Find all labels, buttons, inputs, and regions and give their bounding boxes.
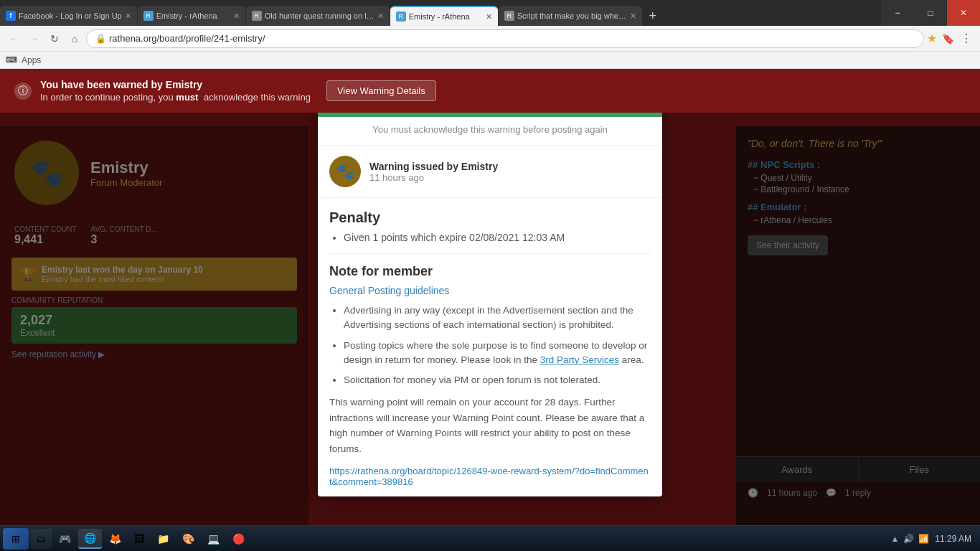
- taskbar-icon-8: 💻: [207, 533, 220, 545]
- taskbar-sys-icons: ▲ 🔊 📶: [890, 534, 929, 544]
- warning-banner-text: You have been warned by Emistry In order…: [40, 79, 311, 103]
- taskbar-icon-2: 🎮: [59, 533, 71, 545]
- modal-issuer-details: Warning issued by Emistry 11 hours ago: [369, 161, 498, 183]
- tab-close-icon[interactable]: ✕: [377, 11, 384, 21]
- bullet-3: Solicitation for money via PM or open fo…: [344, 373, 651, 387]
- bullet-2: Posting topics where the sole purpose is…: [344, 339, 651, 368]
- modal-warning-time: 11 hours ago: [369, 172, 498, 183]
- tab-title: Emistry - rAthena: [156, 11, 230, 20]
- penalty-section: Penalty Given 1 points which expire 02/0…: [329, 209, 651, 243]
- modal-warning-info: 🐾 Warning issued by Emistry 11 hours ago: [318, 146, 662, 198]
- modal-subtext: You must acknowledge this warning before…: [318, 117, 662, 146]
- tab-emistry-active[interactable]: R Emistry - rAthena ✕: [390, 6, 498, 26]
- modal-warning-issuer: Warning issued by Emistry: [369, 161, 498, 172]
- hunter-favicon: R: [252, 11, 262, 21]
- maximize-button[interactable]: □: [914, 0, 947, 26]
- taskbar-icon-4: 🦊: [109, 533, 121, 545]
- page-background: ⓘ You have been warned by Emistry In ord…: [0, 69, 980, 525]
- divider: [329, 253, 651, 254]
- warning-banner: ⓘ You have been warned by Emistry In ord…: [0, 69, 980, 113]
- browser-chrome: f Facebook - Log In or Sign Up ✕ R Emist…: [0, 0, 980, 69]
- bullet-1: Advertising in any way (except in the Ad…: [344, 303, 651, 333]
- tab-old-hunter[interactable]: R Old hunter quest running on lat... ✕: [246, 6, 390, 26]
- new-tab-button[interactable]: +: [643, 6, 663, 26]
- lock-icon: 🔒: [95, 34, 106, 44]
- network-icon[interactable]: 📶: [918, 534, 929, 544]
- tab-title: Facebook - Log In or Sign Up: [19, 11, 122, 20]
- warning-desc: In order to continue posting, you must a…: [40, 92, 311, 103]
- modal-overlay: ✔ I acknowledge this warning You must ac…: [0, 69, 980, 525]
- start-button[interactable]: ⊞: [3, 528, 29, 550]
- penalty-title: Penalty: [329, 209, 651, 226]
- warning-info-icon: ⓘ: [14, 83, 32, 100]
- taskbar-item-7[interactable]: 🎨: [176, 529, 200, 549]
- tab-close-icon[interactable]: ✕: [486, 12, 492, 22]
- forward-button[interactable]: →: [26, 30, 43, 47]
- taskbar-icon-1: 🗂: [36, 533, 46, 545]
- third-party-link[interactable]: 3rd Party Services: [540, 354, 619, 365]
- apps-label: Apps: [22, 55, 41, 65]
- tab-title: Emistry - rAthena: [409, 12, 483, 21]
- taskbar-icon-6: 📁: [157, 533, 169, 545]
- taskbar-item-1[interactable]: 🗂: [30, 529, 52, 549]
- apps-grid-icon: ⌨: [6, 55, 17, 65]
- refresh-button[interactable]: ↻: [46, 30, 63, 47]
- taskbar-item-6[interactable]: 📁: [151, 529, 175, 549]
- taskbar-item-5[interactable]: 🖼: [128, 529, 150, 549]
- rathena-favicon-1: R: [143, 11, 154, 21]
- taskbar-item-8[interactable]: 💻: [202, 529, 225, 549]
- penalty-item: Given 1 points which expire 02/08/2021 1…: [344, 232, 651, 243]
- taskbar-icon-5: 🖼: [134, 533, 144, 545]
- script-favicon: R: [504, 11, 514, 21]
- minimize-button[interactable]: −: [881, 0, 914, 26]
- tab-title: Old hunter quest running on lat...: [265, 11, 374, 20]
- footer-text: This warning point will remain on your a…: [329, 395, 651, 456]
- taskbar-item-4[interactable]: 🦊: [103, 529, 127, 549]
- general-posting-link[interactable]: General Posting guidelines: [329, 285, 449, 296]
- taskbar-time: 11:29 AM: [935, 534, 971, 544]
- taskbar: ⊞ 🗂 🎮 🌐 🦊 🖼 📁 🎨 💻 🔴 ▲ 🔊 📶 11:29 AM: [0, 525, 980, 551]
- home-button[interactable]: ⌂: [66, 30, 83, 47]
- note-bullets: Advertising in any way (except in the Ad…: [344, 303, 651, 387]
- window-controls: − □ ✕: [881, 0, 980, 26]
- up-arrow-icon[interactable]: ▲: [890, 534, 899, 544]
- modal-dialog: ✔ I acknowledge this warning You must ac…: [318, 80, 662, 496]
- taskbar-item-3[interactable]: 🌐: [78, 529, 102, 549]
- taskbar-clock[interactable]: 11:29 AM: [935, 534, 971, 544]
- note-title: Note for member: [329, 264, 651, 279]
- bookmark-icon[interactable]: ★: [927, 32, 937, 45]
- tab-facebook[interactable]: f Facebook - Log In or Sign Up ✕: [0, 6, 137, 26]
- tab-close-icon[interactable]: ✕: [233, 11, 240, 21]
- extension-icon-1[interactable]: 🔖: [940, 31, 956, 47]
- facebook-favicon: f: [6, 11, 16, 21]
- close-button[interactable]: ✕: [947, 0, 980, 26]
- back-button[interactable]: ←: [6, 30, 23, 47]
- menu-icon[interactable]: ⋮: [958, 31, 974, 47]
- taskbar-item-9[interactable]: 🔴: [227, 529, 250, 549]
- modal-avatar: 🐾: [329, 156, 361, 187]
- address-text: rathena.org/board/profile/241-emistry/: [109, 33, 265, 44]
- taskbar-right: ▲ 🔊 📶 11:29 AM: [890, 534, 977, 544]
- tab-close-icon[interactable]: ✕: [125, 11, 131, 21]
- speaker-icon[interactable]: 🔊: [903, 534, 914, 544]
- tab-close-icon[interactable]: ✕: [630, 11, 636, 21]
- view-warning-button[interactable]: View Warning Details: [326, 80, 436, 101]
- tab-script[interactable]: R Script that make you big when... ✕: [499, 6, 642, 26]
- tab-title: Script that make you big when...: [517, 11, 627, 20]
- apps-bar: ⌨ Apps: [0, 52, 980, 69]
- tab-emistry-1[interactable]: R Emistry - rAthena ✕: [138, 6, 245, 26]
- warning-title: You have been warned by Emistry: [40, 79, 311, 90]
- modal-body: Penalty Given 1 points which expire 02/0…: [318, 198, 662, 496]
- note-section: Note for member General Posting guidelin…: [329, 264, 651, 387]
- address-bar-row: ← → ↻ ⌂ 🔒 rathena.org/board/profile/241-…: [0, 26, 980, 52]
- taskbar-item-2[interactable]: 🎮: [53, 529, 77, 549]
- taskbar-icon-9: 🔴: [232, 533, 245, 545]
- address-input[interactable]: 🔒 rathena.org/board/profile/241-emistry/: [86, 29, 924, 48]
- taskbar-icon-3: 🌐: [84, 532, 96, 544]
- taskbar-icon-7: 🎨: [182, 533, 194, 545]
- footer-link[interactable]: https://rathena.org/board/topic/126849-w…: [329, 466, 651, 487]
- rathena-favicon-active: R: [396, 11, 406, 22]
